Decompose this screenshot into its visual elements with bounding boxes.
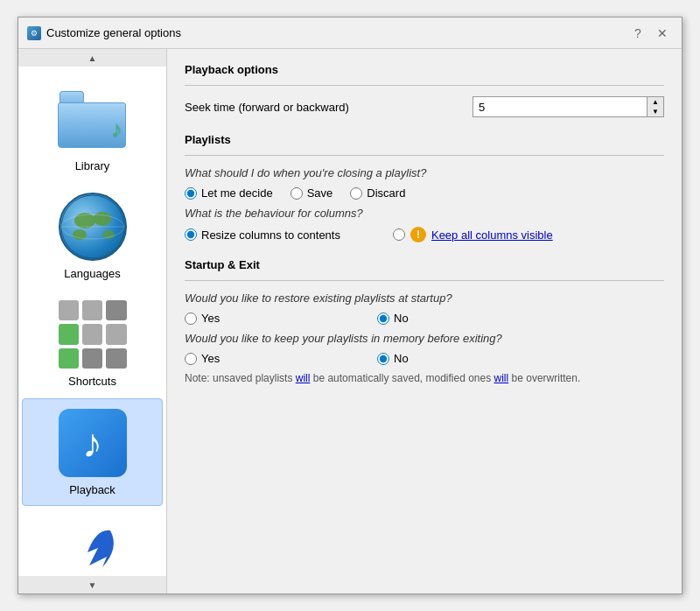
languages-icon <box>58 192 128 262</box>
discard-radio[interactable] <box>350 187 362 200</box>
playlists-header: Playlists <box>185 133 664 146</box>
title-bar: ⚙ Customize general options ? ✕ <box>18 18 682 49</box>
app-icon: ⚙ <box>27 26 41 40</box>
resize-radio[interactable] <box>185 228 197 241</box>
content-area: ▲ ♪ Library <box>18 49 682 593</box>
svg-point-3 <box>94 212 111 226</box>
sidebar-item-shortcuts[interactable]: Shortcuts <box>22 291 163 397</box>
restore-radio-group: Yes No <box>185 312 664 325</box>
warning-icon: ! <box>410 227 426 242</box>
sidebar-item-library[interactable]: ♪ Library <box>22 75 163 181</box>
seek-time-row: Seek time (forward or backward) ▲ ▼ <box>185 96 664 117</box>
playback-label: Playback <box>69 483 116 496</box>
restore-no-radio[interactable] <box>377 313 389 325</box>
save-radio[interactable] <box>290 187 303 200</box>
columns-question: What is the behaviour for columns? <box>185 207 664 220</box>
restore-no-option[interactable]: No <box>377 312 409 325</box>
discard-label: Discard <box>367 186 405 200</box>
note-text: Note: unsaved playlists will be automati… <box>185 370 664 386</box>
note-will2-link[interactable]: will <box>494 372 509 384</box>
close-button[interactable]: ✕ <box>652 23 673 44</box>
seek-time-label: Seek time (forward or backward) <box>185 101 466 114</box>
startup-exit-header: Startup & Exit <box>185 258 664 271</box>
resize-option[interactable]: Resize columns to contents <box>185 228 340 242</box>
discard-option[interactable]: Discard <box>350 186 405 200</box>
sidebar-item-playback[interactable]: ♪ Playback <box>22 398 163 506</box>
spinbox-up-button[interactable]: ▲ <box>648 97 663 107</box>
playback-icon: ♪ <box>58 408 128 478</box>
note-middle: be automatically saved, modified ones <box>310 372 494 384</box>
memory-question: Would you like to keep your playlists in… <box>185 332 664 345</box>
let-me-decide-radio[interactable] <box>185 187 197 200</box>
restore-no-label: No <box>394 312 409 325</box>
playlists-divider <box>185 155 664 156</box>
sidebar: ▲ ♪ Library <box>18 49 167 593</box>
library-icon: ♪ <box>58 84 128 154</box>
music-note-icon: ♪ <box>82 423 102 463</box>
playback-options-header: Playback options <box>185 63 664 76</box>
columns-row: Resize columns to contents ! Keep all co… <box>185 227 664 242</box>
memory-no-label: No <box>394 352 409 365</box>
keep-columns-row: ! Keep all columns visible <box>393 227 553 242</box>
seek-time-input[interactable] <box>472 96 648 117</box>
let-me-decide-label: Let me decide <box>201 186 273 200</box>
restore-yes-option[interactable]: Yes <box>185 312 360 325</box>
memory-yes-label: Yes <box>201 352 220 365</box>
spinbox-down-button[interactable]: ▼ <box>648 107 663 116</box>
memory-yes-option[interactable]: Yes <box>185 352 360 365</box>
let-me-decide-option[interactable]: Let me decide <box>185 186 273 200</box>
library-label: Library <box>75 159 110 172</box>
resize-label: Resize columns to contents <box>201 228 340 242</box>
note-suffix: be overwritten. <box>508 372 580 384</box>
restore-yes-label: Yes <box>201 312 220 325</box>
languages-label: Languages <box>64 267 120 280</box>
note-will-link[interactable]: will <box>296 372 311 384</box>
closing-question: What should I do when you're closing a p… <box>185 166 664 179</box>
spinbox-buttons: ▲ ▼ <box>648 96 664 117</box>
main-panel: Playback options Seek time (forward or b… <box>167 49 682 593</box>
shortcuts-icon <box>58 299 128 369</box>
restore-yes-radio[interactable] <box>185 313 197 325</box>
sidebar-scroll-up[interactable]: ▲ <box>18 49 166 67</box>
save-option[interactable]: Save <box>290 186 333 200</box>
main-window: ⚙ Customize general options ? ✕ ▲ ♪ <box>18 17 682 594</box>
help-button[interactable]: ? <box>627 23 648 44</box>
playback-divider <box>185 85 664 86</box>
memory-no-option[interactable]: No <box>377 352 409 365</box>
save-label: Save <box>307 186 333 200</box>
closing-radio-group: Let me decide Save Discard <box>185 186 664 200</box>
sidebar-items: ♪ Library <box>18 67 166 593</box>
keep-all-option[interactable] <box>393 228 405 241</box>
memory-no-radio[interactable] <box>377 353 389 365</box>
sidebar-scroll-down[interactable]: ▼ <box>18 576 166 593</box>
restore-question: Would you like to restore existing playl… <box>185 291 664 305</box>
note-prefix: Note: unsaved playlists <box>185 372 296 384</box>
title-bar-left: ⚙ Customize general options <box>27 26 181 40</box>
memory-radio-group: Yes No <box>185 352 664 365</box>
startup-divider <box>185 280 664 281</box>
shortcuts-label: Shortcuts <box>68 375 116 388</box>
title-bar-controls: ? ✕ <box>627 23 673 44</box>
sidebar-item-languages[interactable]: Languages <box>22 183 163 289</box>
spinbox-container: ▲ ▼ <box>472 96 664 117</box>
keep-all-radio[interactable] <box>393 228 405 241</box>
memory-yes-radio[interactable] <box>185 353 197 365</box>
keep-columns-link[interactable]: Keep all columns visible <box>431 228 553 242</box>
window-title: Customize general options <box>46 26 181 39</box>
